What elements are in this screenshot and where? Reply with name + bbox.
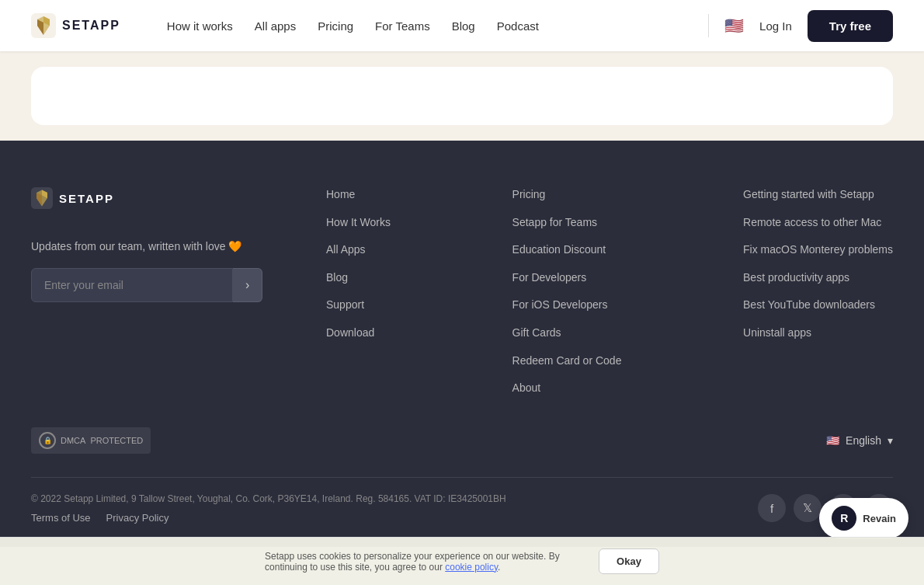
lang-flag: 🇺🇸 <box>826 434 839 447</box>
revain-widget[interactable]: R Revain <box>819 498 908 538</box>
nav-divider <box>708 14 709 37</box>
flag-icon: 🇺🇸 <box>724 16 744 35</box>
footer-brand: SETAPP Updates from our team, written wi… <box>31 187 295 396</box>
footer-col-3: Getting started with Setapp Remote acces… <box>743 187 893 396</box>
language-selector[interactable]: 🇺🇸 English ▾ <box>826 434 893 447</box>
footer-link-pricing[interactable]: Pricing <box>512 187 622 203</box>
nav-all-apps[interactable]: All apps <box>255 19 296 33</box>
footer-link-redeem[interactable]: Redeem Card or Code <box>512 353 622 369</box>
revain-icon: R <box>832 506 856 531</box>
footer-link-download[interactable]: Download <box>326 326 391 341</box>
white-card <box>31 67 893 125</box>
footer-link-about[interactable]: About <box>512 381 622 396</box>
legal-links: Terms of Use Privacy Policy <box>31 512 506 524</box>
nav-links: How it works All apps Pricing For Teams … <box>167 19 708 33</box>
revain-label: Revain <box>863 513 896 524</box>
nav-pricing[interactable]: Pricing <box>318 19 353 33</box>
footer-logo: SETAPP <box>31 187 295 209</box>
footer-link-productivity[interactable]: Best productivity apps <box>743 270 893 286</box>
footer-tagline-text: Updates from our team, written with love <box>31 240 226 252</box>
copyright-text: © 2022 Setapp Limited, 9 Tallow Street, … <box>31 493 506 504</box>
footer-nav: Home How It Works All Apps Blog Support … <box>326 187 893 396</box>
footer-link-blog[interactable]: Blog <box>326 270 391 286</box>
setapp-logo-icon <box>31 13 56 38</box>
top-card-area <box>0 51 924 141</box>
nav-right: 🇺🇸 Log In Try free <box>708 10 893 42</box>
try-free-button[interactable]: Try free <box>808 10 893 42</box>
cookie-banner: Setapp uses cookies to personalize your … <box>0 537 924 585</box>
footer-col-2: Pricing Setapp for Teams Education Disco… <box>512 187 622 396</box>
footer-link-all-apps[interactable]: All Apps <box>326 242 391 258</box>
legal-left: © 2022 Setapp Limited, 9 Tallow Street, … <box>31 493 506 524</box>
footer-link-ios-developers[interactable]: For iOS Developers <box>512 298 622 313</box>
footer-link-how-it-works[interactable]: How It Works <box>326 215 391 231</box>
footer-link-remote-access[interactable]: Remote access to other Mac <box>743 215 893 231</box>
dmca-protected-text: PROTECTED <box>90 436 143 445</box>
dmca-icon: 🔒 <box>39 432 56 449</box>
footer-logo-text: SETAPP <box>59 192 114 205</box>
dmca-badge: 🔒 DMCA PROTECTED <box>31 427 151 454</box>
footer-link-education[interactable]: Education Discount <box>512 242 622 258</box>
nav-logo[interactable]: SETAPP <box>31 13 120 38</box>
facebook-icon[interactable]: f <box>758 494 786 522</box>
footer-link-youtube[interactable]: Best YouTube downloaders <box>743 298 893 313</box>
lang-label: English <box>846 434 881 447</box>
privacy-policy-link[interactable]: Privacy Policy <box>106 512 169 524</box>
twitter-icon[interactable]: 𝕏 <box>794 494 822 522</box>
footer-logo-icon <box>31 187 53 209</box>
nav-podcast[interactable]: Podcast <box>497 19 539 33</box>
footer-link-for-developers[interactable]: For Developers <box>512 270 622 286</box>
footer-tagline: Updates from our team, written with love… <box>31 240 295 252</box>
cookie-text: Setapp uses cookies to personalize your … <box>265 551 575 573</box>
cookie-policy-link[interactable]: cookie policy <box>445 562 498 573</box>
terms-of-use-link[interactable]: Terms of Use <box>31 512 91 524</box>
footer-link-setapp-for-teams[interactable]: Setapp for Teams <box>512 215 622 231</box>
footer-link-getting-started[interactable]: Getting started with Setapp <box>743 187 893 203</box>
email-form: › <box>31 268 295 302</box>
chevron-down-icon: ▾ <box>888 434 893 447</box>
footer: SETAPP Updates from our team, written wi… <box>0 141 924 547</box>
log-in-link[interactable]: Log In <box>759 19 792 33</box>
footer-link-home[interactable]: Home <box>326 187 391 203</box>
footer-bottom-bar: 🔒 DMCA PROTECTED 🇺🇸 English ▾ <box>31 396 893 477</box>
footer-link-support[interactable]: Support <box>326 298 391 313</box>
cookie-ok-button[interactable]: Okay <box>599 548 659 574</box>
heart-icon: 🧡 <box>228 240 241 252</box>
navbar: SETAPP How it works All apps Pricing For… <box>0 0 924 51</box>
nav-blog[interactable]: Blog <box>452 19 475 33</box>
footer-link-uninstall[interactable]: Uninstall apps <box>743 326 893 341</box>
page-wrapper: SETAPP Updates from our team, written wi… <box>0 0 924 547</box>
nav-for-teams[interactable]: For Teams <box>375 19 430 33</box>
footer-inner: SETAPP Updates from our team, written wi… <box>31 187 893 396</box>
dmca-text: DMCA <box>61 436 85 445</box>
footer-link-gift-cards[interactable]: Gift Cards <box>512 326 622 341</box>
nav-logo-text: SETAPP <box>62 19 120 33</box>
email-input[interactable] <box>31 268 233 302</box>
nav-how-it-works[interactable]: How it works <box>167 19 233 33</box>
email-submit-button[interactable]: › <box>233 268 262 302</box>
cookie-text-content: Setapp uses cookies to personalize your … <box>265 551 560 573</box>
footer-col-1: Home How It Works All Apps Blog Support … <box>326 187 391 396</box>
footer-link-fix-macos[interactable]: Fix macOS Monterey problems <box>743 242 893 258</box>
